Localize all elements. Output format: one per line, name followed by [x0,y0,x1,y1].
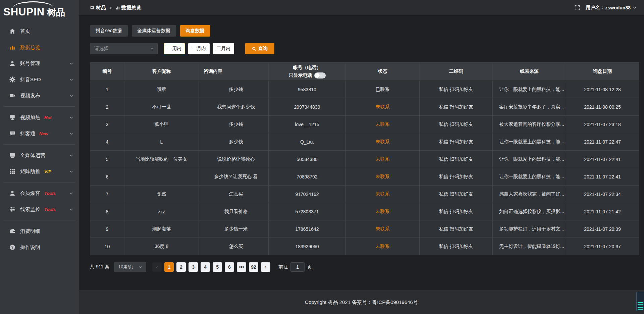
breadcrumb-current: 数据总览 [121,5,142,11]
cell-content: 多少钱？让我死心 看 [199,168,269,186]
cell-date: 2021-11-07 22:34 [566,186,639,203]
page-button-1[interactable]: 1 [164,262,174,272]
next-page-button[interactable]: › [261,262,270,272]
chat-widget[interactable] [636,292,644,311]
qrcode-link[interactable]: 私信 扫码加好友 [420,116,493,133]
sidebar-item-omnimedia-operation[interactable]: 全媒体运营 [0,147,79,163]
sidebar-item-douketong[interactable]: 抖客通New [0,125,79,142]
table-row: 3狐小狸多少钱love__1215未联系私信 扫码加好友被大家追着问的客厅投影分… [90,116,639,133]
sidebar-item-consumption-details[interactable]: 消费明细 [0,223,79,239]
chevron-down-icon [69,115,73,120]
fullscreen-icon[interactable] [575,5,580,10]
footer: Copyright 树品 2021 备案号：粤ICP备09019646号 [79,291,644,314]
cell-id: 3 [90,116,124,133]
logo[interactable]: SHUPIN树品 [0,0,79,22]
cell-account: 50534380 [269,151,346,168]
qrcode-link[interactable]: 私信 扫码加好友 [420,98,493,116]
sidebar-item-lead-monitoring[interactable]: 线索监控Tools [0,201,79,217]
tab-2[interactable]: 询盘数据 [180,25,210,37]
source-link[interactable]: 如何正确选择投影仪，买投影... [493,203,566,220]
prev-page-button[interactable]: ‹ [152,262,162,272]
cell-id: 1 [90,81,124,98]
sidebar-item-label: 首页 [20,28,30,35]
cell-content: 多少钱 [199,133,269,151]
filter-select[interactable]: 请选择 [90,43,158,54]
cell-content: 我只看价格 [199,203,269,220]
col-header-account: 帐号（电话） 只显示电话 [269,63,346,81]
badge-vip: VIP [44,169,51,174]
sidebar-item-label: 会员爆客 [20,190,40,197]
source-link[interactable]: 多功能护栏灯，适用于乡村文... [493,220,566,238]
qrcode-link[interactable]: 私信 扫码加好友 [420,133,493,151]
page-ellipsis-button[interactable]: ••• [237,262,246,272]
username-label: 用户名： [586,5,605,11]
page-button-6[interactable]: 6 [225,262,234,272]
app-icon [90,5,95,10]
qrcode-link[interactable]: 私信 扫码加好友 [420,220,493,238]
topbar: 树品 > 数据总览 用户名： zswodun88 [79,0,644,16]
sidebar-item-douyin-seo[interactable]: 抖音SEO [0,71,79,88]
phone-only-toggle[interactable] [314,72,326,78]
user-menu[interactable]: 用户名： zswodun88 [586,5,637,11]
page-button-92[interactable]: 92 [249,262,258,272]
page-button-5[interactable]: 5 [213,262,222,272]
table-body: 1哦章多少钱9583810已联系私信 扫码加好友让你一眼就爱上的黑科技，能...… [90,81,639,255]
cell-nickname: 哦章 [124,81,199,98]
period-button-2[interactable]: 三月内 [213,43,234,54]
sidebar-item-label: 全媒体运营 [20,152,45,159]
page-buttons: 123456•••92 [164,262,258,272]
topbar-right: 用户名： zswodun88 [575,5,637,11]
qrcode-link[interactable]: 私信 扫码加好友 [420,203,493,220]
sidebar-item-video-publish[interactable]: 视频发布 [0,88,79,104]
person-icon [9,190,15,196]
status-badge: 未联系 [346,186,420,203]
qrcode-link[interactable]: 私信 扫码加好友 [420,238,493,255]
goto-page-input[interactable] [290,262,305,272]
cell-account: love__1215 [269,116,346,133]
sidebar-item-home[interactable]: 首页 [0,23,79,39]
page-size-select[interactable]: 10条/页 [114,262,146,272]
qrcode-link[interactable]: 私信 扫码加好友 [420,81,493,98]
search-button[interactable]: 查询 [245,43,274,54]
wallet-icon [9,228,15,234]
qrcode-link[interactable]: 私信 扫码加好友 [420,168,493,186]
source-link[interactable]: 客厅安装投影半年多了，真实... [493,98,566,116]
sidebar-item-account-management[interactable]: 账号管理 [0,55,79,71]
chevron-down-icon [69,169,73,174]
page-button-4[interactable]: 4 [201,262,210,272]
tab-1[interactable]: 全媒体运营数据 [132,25,176,37]
sidebar-item-data-overview[interactable]: 数据总览 [0,39,79,55]
source-link[interactable]: 让你一眼就爱上的黑科技，能... [493,133,566,151]
source-link[interactable]: 让你一眼就爱上的黑科技，能... [493,168,566,186]
page-button-2[interactable]: 2 [176,262,186,272]
source-link[interactable]: 让你一眼就爱上的黑科技，能... [493,81,566,98]
sidebar-item-operation-guide[interactable]: ?操作说明 [0,239,79,255]
cell-account: 70898792 [269,168,346,186]
page-button-3[interactable]: 3 [189,262,198,272]
col-header-qrcode: 二维码 [420,63,493,81]
tab-0[interactable]: 抖音seo数据 [90,25,128,37]
period-button-0[interactable]: 一周内 [164,43,185,54]
qrcode-link[interactable]: 私信 扫码加好友 [420,186,493,203]
source-link[interactable]: 被大家追着问的客厅投影分享... [493,116,566,133]
col-header-source: 线索来源 [493,63,566,81]
sidebar-item-member-baoke[interactable]: 会员爆客Tools [0,185,79,201]
breadcrumb-root[interactable]: 树品 [96,5,106,11]
sidebar-item-video-heating[interactable]: 视频加热Hot [0,109,79,125]
source-link[interactable]: 无主灯设计，智能磁吸轨道灯... [493,238,566,255]
screen-icon [9,114,15,120]
cell-nickname: 潮起潮落 [124,220,199,238]
cell-nickname: 不可一世 [124,98,199,116]
table-row: 1哦章多少钱9583810已联系私信 扫码加好友让你一眼就爱上的黑科技，能...… [90,81,639,98]
badge-tools: Tools [44,191,56,196]
chevron-down-icon [139,265,143,269]
cell-content: 我想问这个多少钱 [199,98,269,116]
period-button-1[interactable]: 一月内 [188,43,210,54]
source-link[interactable]: 感谢大家喜欢我家，被问了好... [493,186,566,203]
qrcode-link[interactable]: 私信 扫码加好友 [420,151,493,168]
chat-icon [9,130,15,137]
sidebar-item-matrix-boost[interactable]: 矩阵助推VIP [0,163,79,179]
cell-date: 2021-11-07 23:18 [566,116,639,133]
source-link[interactable]: 让你一眼就爱上的黑科技，能... [493,151,566,168]
sidebar-divider [3,106,75,107]
